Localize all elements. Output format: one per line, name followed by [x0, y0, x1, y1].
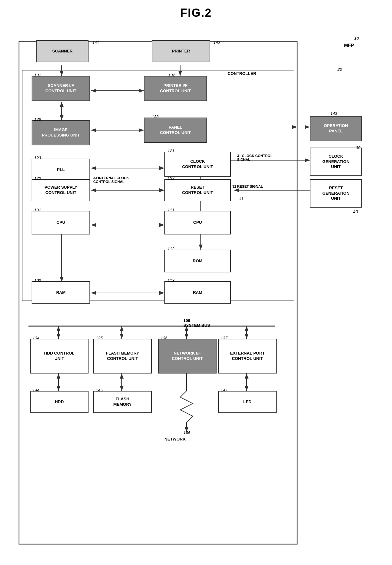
reset-gen-ref: 40 — [353, 209, 358, 214]
reset-ctrl-ref: 122 — [168, 176, 175, 181]
rom-box: ROM — [164, 250, 231, 272]
printer-ref: 142 — [213, 40, 220, 45]
reset-gen-box: RESETGENERATIONUNIT — [310, 179, 362, 208]
scanner-if-box: SCANNER I/FCONTROL UNIT — [32, 76, 90, 101]
cpu-right-ref: 111 — [168, 208, 175, 212]
network-if-box: NETWORK I/FCONTROL UNIT — [158, 339, 217, 374]
network-ref: 146 — [183, 430, 190, 435]
flash-mem-ref: 145 — [96, 388, 103, 392]
ext-port-box: EXTERNAL PORTCONTROL UNIT — [218, 339, 277, 374]
controller-label: CONTROLLER — [228, 71, 256, 76]
rom-ref: 112 — [168, 246, 175, 251]
scanner-if-ref: 131 — [34, 73, 41, 77]
cpu-right-box: CPU — [164, 211, 231, 234]
diagram: MFP 10 CONTROLLER 20 SCANNER 141 PRINTER… — [13, 23, 379, 560]
mfp-label: MFP — [344, 42, 354, 48]
pll-ref: 123 — [34, 155, 41, 160]
scanner-box: SCANNER — [36, 40, 89, 62]
controller-ref: 20 — [338, 67, 342, 72]
clock-control-signal-label: 31 CLOCK CONTROLSIGNAL — [237, 154, 273, 161]
figure-title: FIG.2 — [6, 6, 386, 20]
power-supply-box: POWER SUPPLYCONTROL UNIT — [32, 179, 90, 201]
ram-left-ref: 103 — [34, 278, 41, 283]
panel-ctrl-box: PANELCONTROL UNIT — [144, 118, 207, 143]
printer-box: PRINTER — [152, 40, 210, 62]
led-box: LED — [218, 391, 277, 413]
ext-port-ref: 137 — [221, 336, 228, 340]
operation-panel-ref: 143 — [330, 111, 337, 116]
ram-right-ref: 113 — [168, 278, 175, 283]
clock-ctrl-ref: 121 — [168, 149, 175, 153]
system-bus-label: 109 SYSTEM BUS — [183, 318, 210, 328]
scanner-ref: 141 — [92, 40, 99, 45]
reset-ctrl-box: RESETCONTROL UNIT — [164, 179, 231, 201]
clock-gen-box: CLOCKGENERATIONUNIT — [310, 148, 362, 176]
panel-ctrl-ref: 133 — [152, 114, 159, 119]
ram-left-box: RAM — [32, 281, 90, 304]
mfp-ref: 10 — [354, 36, 359, 41]
network-label: NETWORK — [164, 437, 186, 441]
led-ref: 147 — [221, 388, 228, 392]
hdd-box: HDD — [30, 391, 89, 413]
clock-ctrl-box: CLOCKCONTROL UNIT — [164, 152, 231, 177]
clock-gen-ref: 30 — [356, 145, 360, 150]
image-proc-ref: 138 — [34, 117, 41, 122]
internal-clock-signal-label: 33 INTERNAL CLOCKCONTROL SIGNAL — [93, 176, 129, 184]
hdd-ctrl-ref: 134 — [33, 336, 40, 340]
image-proc-box: IMAGEPROCESSING UNIT — [32, 120, 90, 145]
power-supply-ref: 120 — [34, 176, 41, 181]
page: FIG.2 — [0, 0, 392, 565]
reset-signal-label: 32 RESET SIGNAL — [232, 185, 263, 188]
flash-ctrl-ref: 135 — [96, 336, 103, 340]
printer-if-box: PRINTER I/FCONTROL UNIT — [144, 76, 207, 101]
operation-panel-box: OPERATIONPANEL — [310, 116, 362, 141]
reset-signal-ref2: 41 — [239, 197, 243, 201]
cpu-left-box: CPU — [32, 211, 90, 234]
flash-ctrl-box: FLASH MEMORYCONTROL UNIT — [93, 339, 152, 374]
printer-if-ref: 132 — [168, 73, 175, 77]
hdd-ctrl-box: HDD CONTROLUNIT — [30, 339, 89, 374]
ram-right-box: RAM — [164, 281, 231, 304]
flash-mem-box: FLASHMEMORY — [93, 391, 152, 413]
cpu-left-ref: 101 — [34, 208, 41, 212]
network-if-ref: 136 — [161, 336, 168, 340]
hdd-ref: 144 — [33, 388, 40, 392]
